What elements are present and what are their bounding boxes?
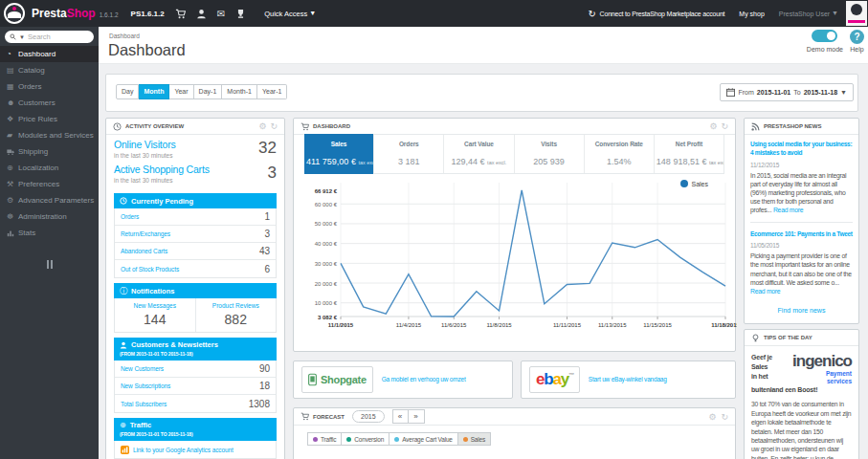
- panel-settings-icon[interactable]: ⚙: [258, 121, 266, 131]
- read-more-link[interactable]: Read more: [750, 288, 780, 295]
- new-subscriptions-row[interactable]: New Subscriptions18: [115, 378, 276, 395]
- panel-refresh-icon[interactable]: ↻: [270, 121, 278, 131]
- sidebar-collapse-button[interactable]: [0, 260, 99, 269]
- my-shop-link[interactable]: My shop: [739, 11, 764, 17]
- page-header: Dashboard Dashboard Demo mode ? Help: [99, 27, 868, 64]
- sidebar-item-orders[interactable]: ▦Orders: [0, 78, 99, 95]
- total-subscribers-row[interactable]: Total Subscribers1308: [115, 395, 276, 412]
- pending-orders-row[interactable]: Orders1: [115, 208, 276, 226]
- cart-icon[interactable]: [175, 9, 186, 19]
- demo-mode-toggle[interactable]: [812, 30, 837, 42]
- forecast-legend: Traffic Conversion Average Cart Value Sa…: [307, 432, 735, 446]
- pending-returns-row[interactable]: Return/Exchanges3: [115, 226, 276, 243]
- ebay-link[interactable]: Start uw eBay-winkel vandaag: [589, 376, 667, 383]
- read-more-link[interactable]: Read more: [773, 207, 803, 213]
- user-avatar[interactable]: [846, 1, 867, 26]
- google-analytics-icon: [121, 446, 129, 454]
- kpi-conversion-rate[interactable]: Conversion Rate1.54%: [585, 135, 655, 173]
- svg-text:50 000 €: 50 000 €: [315, 221, 338, 227]
- pending-clock-icon: [120, 197, 127, 205]
- sidebar: ▼ Search ◔Dashboard ▤Catalog ▦Orders ☻Cu…: [0, 27, 99, 459]
- legend-conversion-button[interactable]: Conversion: [342, 432, 389, 446]
- news-article-title[interactable]: Using social media for your business: 4 …: [750, 141, 853, 158]
- search-icon: [10, 33, 16, 40]
- sidebar-item-dashboard[interactable]: ◔Dashboard: [0, 46, 99, 62]
- range-day-1-button[interactable]: Day-1: [194, 84, 223, 99]
- dashboard-cart-icon: [300, 122, 309, 131]
- svg-text:11/15/2015: 11/15/2015: [643, 322, 672, 328]
- tips-panel-title: TIPS OF THE DAY: [764, 335, 812, 340]
- customers-icon: ☻: [7, 98, 18, 107]
- legend-traffic-button[interactable]: Traffic: [307, 432, 342, 446]
- ps-version-label: PS1.6.1.2: [131, 10, 165, 18]
- forecast-prev-button[interactable]: «: [392, 409, 409, 424]
- ebay-panel: ebay™ Start uw eBay-winkel vandaag: [521, 361, 736, 399]
- svg-text:11/11/2015: 11/11/2015: [553, 322, 582, 328]
- connect-marketplace-link[interactable]: ↻Connect to PrestaShop Marketplace accou…: [588, 9, 724, 19]
- forecast-next-button[interactable]: »: [409, 409, 425, 424]
- sidebar-item-preferences[interactable]: ⚒Preferences: [0, 176, 99, 192]
- currently-pending-header: Currently Pending: [114, 193, 277, 208]
- user-icon[interactable]: [196, 9, 207, 19]
- sidebar-item-modules[interactable]: ▰Modules and Services: [0, 127, 99, 143]
- news-panel-title: PRESTASHOP NEWS: [764, 123, 821, 129]
- sidebar-search-input[interactable]: ▼ Search: [5, 31, 94, 43]
- user-menu[interactable]: PrestaShop User ▼: [779, 10, 838, 17]
- kpi-visits[interactable]: Visits205 939: [515, 135, 585, 173]
- shopgate-link[interactable]: Ga mobiel en verhoog uw omzet: [382, 376, 466, 383]
- sidebar-item-customers[interactable]: ☻Customers: [0, 95, 99, 111]
- trophy-icon[interactable]: [235, 9, 246, 19]
- search-caret-icon: ▼: [19, 34, 25, 40]
- help-icon[interactable]: ?: [850, 30, 864, 44]
- pending-abandoned-carts-row[interactable]: Abandoned Carts43: [115, 243, 276, 260]
- prestashop-news-panel: PRESTASHOP NEWS Using social media for y…: [744, 118, 859, 324]
- range-month-1-button[interactable]: Month-1: [222, 84, 257, 99]
- dash-settings-icon[interactable]: ⚙: [709, 121, 717, 131]
- sidebar-item-shipping[interactable]: Shipping: [0, 143, 99, 160]
- forecast-settings-icon[interactable]: ⚙: [708, 412, 716, 422]
- news-article-title[interactable]: Ecommerce 101: Payments in a Tweet: [750, 230, 853, 239]
- active-carts-link[interactable]: Active Shopping Carts: [114, 164, 277, 175]
- kpi-orders[interactable]: Orders3 181: [374, 135, 444, 173]
- kpi-cart-value[interactable]: Cart Value129,44 € tax excl.: [444, 135, 514, 173]
- svg-text:3 082 €: 3 082 €: [318, 315, 338, 320]
- legend-average-cart-value-button[interactable]: Average Cart Value: [389, 432, 458, 446]
- sidebar-item-catalog[interactable]: ▤Catalog: [0, 62, 99, 78]
- new-customers-row[interactable]: New Customers90: [115, 361, 276, 378]
- dash-refresh-icon[interactable]: ↻: [721, 121, 728, 131]
- dashboard-icon: ◔: [7, 50, 18, 58]
- dashboard-panel: DASHBOARD ⚙ ↻ Sales411 759,00 € tax excl…: [293, 118, 736, 352]
- range-month-button[interactable]: Month: [139, 84, 169, 99]
- version-label: 1.6.1.2: [100, 11, 119, 18]
- range-day-button[interactable]: Day: [116, 84, 139, 99]
- active-carts-value: 3: [268, 164, 277, 183]
- legend-sales-button[interactable]: Sales: [458, 432, 491, 446]
- pending-out-of-stock-row[interactable]: Out of Stock Products6: [115, 260, 276, 277]
- sales-line-chart: 10 000 €20 000 €30 000 €40 000 €50 000 €…: [294, 176, 737, 339]
- sidebar-item-stats[interactable]: Stats: [0, 225, 99, 241]
- sidebar-item-administration[interactable]: ☸Administration: [0, 208, 99, 225]
- range-year-1-button[interactable]: Year-1: [257, 84, 287, 99]
- date-range-selector[interactable]: From2015-11-01 To2015-11-18 ▼: [720, 83, 854, 101]
- google-analytics-row[interactable]: Link to your Google Analytics account: [115, 441, 276, 458]
- kpi-net-profit[interactable]: Net Profit148 918,51 € tax excl.: [655, 135, 723, 173]
- product-reviews-cell[interactable]: Product Reviews 882: [195, 298, 277, 332]
- forecast-year[interactable]: 2015: [352, 410, 385, 423]
- forecast-refresh-icon[interactable]: ↻: [721, 412, 728, 422]
- range-year-button[interactable]: Year: [169, 84, 193, 99]
- svg-text:60 000 €: 60 000 €: [315, 202, 338, 208]
- quick-access-menu[interactable]: Quick Access ▼: [264, 10, 316, 18]
- breadcrumb[interactable]: Dashboard: [109, 33, 140, 39]
- activity-panel-title: ACTIVITY OVERVIEW: [125, 123, 184, 129]
- sidebar-item-localization[interactable]: ⊕Localization: [0, 160, 99, 176]
- preferences-icon: ⚒: [7, 180, 18, 188]
- forecast-panel-title: FORECAST: [313, 414, 345, 420]
- sidebar-item-price-rules[interactable]: ❖Price Rules: [0, 111, 99, 127]
- tips-body-text: 30 tot 70% van de consumenten in Europa …: [751, 400, 852, 459]
- kpi-sales[interactable]: Sales411 759,00 € tax excl.: [304, 134, 374, 174]
- new-messages-cell[interactable]: New Messages 144: [115, 298, 195, 332]
- online-visitors-link[interactable]: Online Visitors: [114, 139, 277, 150]
- sidebar-item-advanced-parameters[interactable]: ⚙Advanced Parameters: [0, 192, 99, 208]
- messages-icon[interactable]: ✉: [217, 9, 225, 19]
- find-more-news-link[interactable]: Find more news: [750, 307, 853, 314]
